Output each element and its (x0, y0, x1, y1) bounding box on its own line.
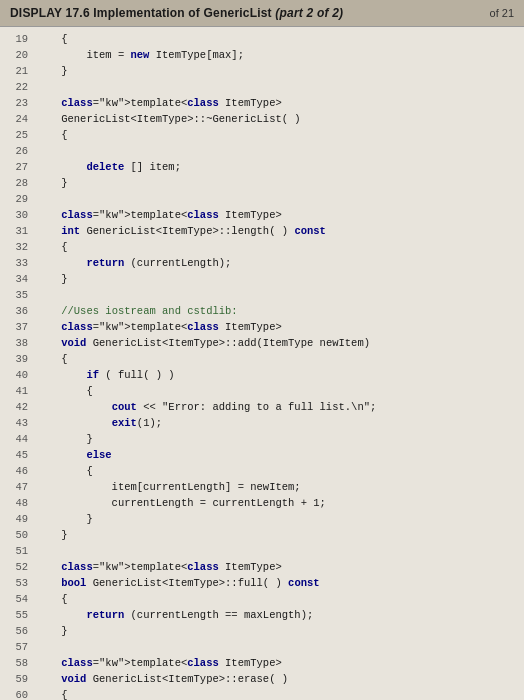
line-number: 34 (8, 271, 36, 287)
code-line: 25 { (8, 127, 516, 143)
line-content: } (36, 527, 516, 543)
code-line: 27 delete [] item; (8, 159, 516, 175)
header: DISPLAY 17.6 Implementation of GenericLi… (0, 0, 524, 27)
line-number: 54 (8, 591, 36, 607)
line-content: } (36, 63, 516, 79)
line-content: { (36, 383, 516, 399)
line-number: 44 (8, 431, 36, 447)
code-line: 56 } (8, 623, 516, 639)
code-line: 22 (8, 79, 516, 95)
line-number: 32 (8, 239, 36, 255)
code-line: 47 item[currentLength] = newItem; (8, 479, 516, 495)
line-content: } (36, 175, 516, 191)
code-line: 41 { (8, 383, 516, 399)
code-line: 59 void GenericList<ItemType>::erase( ) (8, 671, 516, 687)
code-line: 20 item = new ItemType[max]; (8, 47, 516, 63)
line-number: 21 (8, 63, 36, 79)
line-number: 29 (8, 191, 36, 207)
line-number: 46 (8, 463, 36, 479)
line-number: 49 (8, 511, 36, 527)
line-number: 58 (8, 655, 36, 671)
code-line: 29 (8, 191, 516, 207)
code-line: 36 //Uses iostream and cstdlib: (8, 303, 516, 319)
line-content: } (36, 623, 516, 639)
code-area: 19 {20 item = new ItemType[max];21 }2223… (0, 27, 524, 700)
line-number: 57 (8, 639, 36, 655)
line-number: 24 (8, 111, 36, 127)
code-line: 49 } (8, 511, 516, 527)
line-content: return (currentLength == maxLength); (36, 607, 516, 623)
line-number: 60 (8, 687, 36, 700)
line-number: 25 (8, 127, 36, 143)
code-line: 46 { (8, 463, 516, 479)
code-line: 39 { (8, 351, 516, 367)
part-info: (part 2 of 2) (275, 6, 343, 20)
line-content: } (36, 271, 516, 287)
page: DISPLAY 17.6 Implementation of GenericLi… (0, 0, 524, 700)
line-number: 20 (8, 47, 36, 63)
code-line: 19 { (8, 31, 516, 47)
line-content: { (36, 239, 516, 255)
line-content: { (36, 351, 516, 367)
code-line: 42 cout << "Error: adding to a full list… (8, 399, 516, 415)
code-line: 50 } (8, 527, 516, 543)
code-line: 45 else (8, 447, 516, 463)
header-main-title: Implementation of GenericList (90, 6, 276, 20)
line-number: 48 (8, 495, 36, 511)
line-content: else (36, 447, 516, 463)
line-number: 50 (8, 527, 36, 543)
code-line: 53 bool GenericList<ItemType>::full( ) c… (8, 575, 516, 591)
line-content: class="kw">template<class ItemType> (36, 319, 516, 335)
code-line: 34 } (8, 271, 516, 287)
line-number: 30 (8, 207, 36, 223)
line-content: currentLength = currentLength + 1; (36, 495, 516, 511)
code-line: 38 void GenericList<ItemType>::add(ItemT… (8, 335, 516, 351)
line-number: 19 (8, 31, 36, 47)
code-line: 60 { (8, 687, 516, 700)
code-line: 23 class="kw">template<class ItemType> (8, 95, 516, 111)
line-number: 52 (8, 559, 36, 575)
code-line: 30 class="kw">template<class ItemType> (8, 207, 516, 223)
line-content: } (36, 431, 516, 447)
line-content: item = new ItemType[max]; (36, 47, 516, 63)
line-content: cout << "Error: adding to a full list.\n… (36, 399, 516, 415)
line-number: 42 (8, 399, 36, 415)
code-line: 57 (8, 639, 516, 655)
line-number: 36 (8, 303, 36, 319)
code-line: 31 int GenericList<ItemType>::length( ) … (8, 223, 516, 239)
line-content: GenericList<ItemType>::~GenericList( ) (36, 111, 516, 127)
line-content: class="kw">template<class ItemType> (36, 655, 516, 671)
line-number: 38 (8, 335, 36, 351)
code-line: 43 exit(1); (8, 415, 516, 431)
line-content: void GenericList<ItemType>::erase( ) (36, 671, 516, 687)
header-title: DISPLAY 17.6 Implementation of GenericLi… (10, 6, 343, 20)
code-line: 26 (8, 143, 516, 159)
line-content: if ( full( ) ) (36, 367, 516, 383)
line-content: { (36, 463, 516, 479)
line-content: return (currentLength); (36, 255, 516, 271)
line-content: { (36, 31, 516, 47)
code-line: 54 { (8, 591, 516, 607)
code-line: 37 class="kw">template<class ItemType> (8, 319, 516, 335)
line-content: delete [] item; (36, 159, 516, 175)
code-line: 51 (8, 543, 516, 559)
line-content: } (36, 511, 516, 527)
line-number: 37 (8, 319, 36, 335)
line-content: //Uses iostream and cstdlib: (36, 303, 516, 319)
line-content: class="kw">template<class ItemType> (36, 95, 516, 111)
page-indicator: of 21 (490, 7, 514, 19)
code-line: 48 currentLength = currentLength + 1; (8, 495, 516, 511)
line-content: exit(1); (36, 415, 516, 431)
line-number: 26 (8, 143, 36, 159)
line-number: 59 (8, 671, 36, 687)
line-number: 51 (8, 543, 36, 559)
line-content: item[currentLength] = newItem; (36, 479, 516, 495)
line-number: 55 (8, 607, 36, 623)
code-line: 21 } (8, 63, 516, 79)
line-number: 27 (8, 159, 36, 175)
display-label: DISPLAY 17.6 (10, 6, 90, 20)
line-number: 41 (8, 383, 36, 399)
line-number: 33 (8, 255, 36, 271)
line-number: 43 (8, 415, 36, 431)
code-line: 52 class="kw">template<class ItemType> (8, 559, 516, 575)
